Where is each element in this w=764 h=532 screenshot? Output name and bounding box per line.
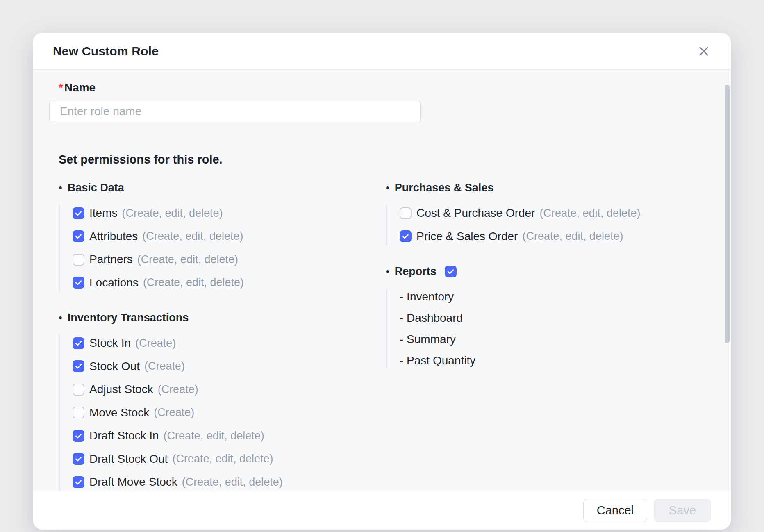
required-marker: * — [59, 81, 63, 94]
dialog-body: *Name Set permissions for this role. •Ba… — [33, 70, 731, 491]
bullet-icon: • — [386, 183, 389, 193]
permission-row-draft-stock-in: Draft Stock In(Create, edit, delete) — [59, 424, 386, 448]
permission-note: (Create, edit, delete) — [137, 253, 238, 266]
section-rows: Cost & Purchase Order(Create, edit, dele… — [386, 202, 731, 248]
section-reports: •Reports- Inventory- Dashboard- Summary-… — [386, 266, 731, 371]
section-header-reports: •Reports — [386, 266, 731, 277]
cancel-button[interactable]: Cancel — [583, 499, 647, 522]
permissions-heading: Set permissions for this role. — [59, 153, 731, 166]
section-purchases-sales: •Purchases & SalesCost & Purchase Order(… — [386, 182, 731, 248]
permission-label: Draft Stock In — [89, 429, 159, 442]
permission-row-attributes: Attributes(Create, edit, delete) — [59, 225, 386, 248]
permission-note: (Create) — [135, 337, 176, 350]
new-custom-role-dialog: New Custom Role *Name Set permissions fo… — [33, 33, 731, 530]
permission-label: Items — [89, 207, 117, 220]
checkbox-attributes[interactable] — [73, 230, 84, 242]
permission-note: (Create, edit, delete) — [143, 276, 244, 289]
permission-note: (Create, edit, delete) — [122, 207, 223, 220]
permission-row-price-sales-order: Price & Sales Order(Create, edit, delete… — [386, 225, 731, 248]
section-title: Purchases & Sales — [395, 182, 494, 194]
section-header-basic-data: •Basic Data — [59, 182, 386, 194]
checkbox-stock-in[interactable] — [73, 337, 84, 349]
checkbox-draft-move-stock[interactable] — [73, 476, 84, 488]
section-header-purchases-sales: •Purchases & Sales — [386, 182, 731, 194]
checkbox-reports[interactable] — [445, 266, 457, 277]
permission-note: (Create, edit, delete) — [539, 207, 640, 220]
permission-row-draft-move-stock: Draft Move Stock(Create, edit, delete) — [59, 471, 386, 491]
bullet-icon: • — [386, 266, 389, 277]
close-button[interactable] — [695, 42, 713, 60]
report-item-past-quantity: - Past Quantity — [386, 350, 731, 371]
permission-row-partners: Partners(Create, edit, delete) — [59, 248, 386, 271]
permission-note: (Create, edit, delete) — [522, 230, 623, 243]
report-item-dashboard: - Dashboard — [386, 307, 731, 329]
indent-guide-line — [386, 289, 387, 369]
checkbox-locations[interactable] — [73, 277, 84, 289]
checkbox-items[interactable] — [73, 207, 84, 219]
permission-label: Partners — [89, 253, 133, 266]
permission-label: Stock In — [89, 336, 131, 350]
indent-guide-line — [59, 334, 60, 491]
permission-note: (Create, edit, delete) — [182, 476, 283, 489]
indent-guide-line — [386, 204, 387, 246]
report-item-inventory: - Inventory — [386, 286, 731, 307]
close-icon — [697, 44, 711, 58]
section-inventory-transactions: •Inventory TransactionsStock In(Create)S… — [59, 312, 386, 491]
checkbox-adjust-stock[interactable] — [73, 384, 84, 396]
section-title: Reports — [395, 265, 437, 278]
permission-row-draft-stock-out: Draft Stock Out(Create, edit, delete) — [59, 448, 386, 471]
dialog-footer: Cancel Save — [33, 491, 731, 530]
checkbox-stock-out[interactable] — [73, 360, 84, 372]
checkbox-price-sales-order[interactable] — [400, 230, 412, 242]
scrollbar-thumb[interactable] — [725, 85, 730, 343]
section-title: Inventory Transactions — [68, 311, 189, 324]
permissions-column-right: •Purchases & SalesCost & Purchase Order(… — [386, 182, 731, 371]
checkbox-draft-stock-out[interactable] — [73, 453, 84, 465]
indent-guide-line — [59, 204, 60, 292]
bullet-icon: • — [59, 313, 62, 323]
dialog-title: New Custom Role — [53, 44, 159, 58]
permission-label: Attributes — [89, 230, 138, 243]
permission-label: Price & Sales Order — [416, 230, 518, 243]
bullet-icon: • — [59, 183, 62, 193]
permission-row-move-stock: Move Stock(Create) — [59, 401, 386, 425]
permission-label: Locations — [89, 276, 139, 289]
permission-note: (Create, edit, delete) — [172, 452, 273, 465]
permission-label: Cost & Purchase Order — [416, 207, 535, 220]
permission-label: Stock Out — [89, 360, 140, 373]
dialog-header: New Custom Role — [33, 33, 731, 70]
name-label-text: Name — [64, 81, 96, 94]
permission-label: Move Stock — [89, 406, 149, 419]
permission-row-stock-out: Stock Out(Create) — [59, 355, 386, 378]
checkbox-partners[interactable] — [73, 254, 84, 266]
report-item-summary: - Summary — [386, 329, 731, 350]
permission-note: (Create, edit, delete) — [164, 430, 264, 442]
permission-note: (Create) — [158, 383, 198, 396]
permission-note: (Create) — [144, 360, 185, 373]
permissions-columns: •Basic DataItems(Create, edit, delete)At… — [49, 182, 731, 491]
permission-note: (Create, edit, delete) — [142, 230, 243, 243]
section-rows: - Inventory- Dashboard- Summary- Past Qu… — [386, 286, 731, 371]
permission-row-items: Items(Create, edit, delete) — [59, 202, 386, 225]
permission-row-cost-purchase-order: Cost & Purchase Order(Create, edit, dele… — [386, 202, 731, 225]
section-header-inventory-transactions: •Inventory Transactions — [59, 312, 386, 324]
permission-row-locations: Locations(Create, edit, delete) — [59, 271, 386, 295]
permission-row-adjust-stock: Adjust Stock(Create) — [59, 378, 386, 401]
checkbox-cost-purchase-order[interactable] — [400, 207, 412, 219]
permission-label: Draft Stock Out — [89, 452, 168, 466]
section-basic-data: •Basic DataItems(Create, edit, delete)At… — [59, 182, 386, 294]
permission-note: (Create) — [154, 406, 194, 419]
permission-label: Draft Move Stock — [89, 475, 177, 489]
checkbox-draft-stock-in[interactable] — [73, 430, 84, 442]
section-title: Basic Data — [68, 182, 124, 194]
permission-label: Adjust Stock — [89, 383, 153, 396]
save-button[interactable]: Save — [654, 499, 711, 522]
section-rows: Stock In(Create)Stock Out(Create)Adjust … — [59, 332, 386, 491]
role-name-input[interactable] — [49, 100, 421, 123]
section-rows: Items(Create, edit, delete)Attributes(Cr… — [59, 202, 386, 294]
name-field-label: *Name — [59, 81, 731, 94]
checkbox-move-stock[interactable] — [73, 407, 84, 418]
permissions-column-left: •Basic DataItems(Create, edit, delete)At… — [49, 182, 386, 491]
permission-row-stock-in: Stock In(Create) — [59, 332, 386, 355]
